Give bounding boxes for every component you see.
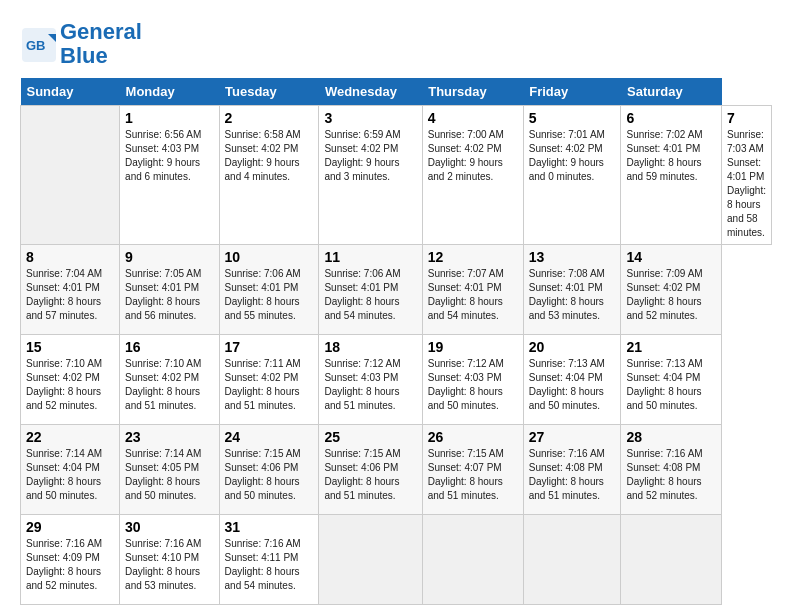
logo-text: General Blue [60,20,142,68]
day-info: Sunrise: 7:15 AM Sunset: 4:06 PM Dayligh… [324,447,416,503]
day-info: Sunrise: 7:11 AM Sunset: 4:02 PM Dayligh… [225,357,314,413]
calendar-day: 15 Sunrise: 7:10 AM Sunset: 4:02 PM Dayl… [21,335,120,425]
col-header-friday: Friday [523,78,621,106]
day-info: Sunrise: 7:09 AM Sunset: 4:02 PM Dayligh… [626,267,716,323]
day-number: 4 [428,110,518,126]
day-info: Sunrise: 7:10 AM Sunset: 4:02 PM Dayligh… [125,357,213,413]
day-number: 1 [125,110,213,126]
day-info: Sunrise: 7:16 AM Sunset: 4:08 PM Dayligh… [626,447,716,503]
day-number: 12 [428,249,518,265]
calendar-day: 11 Sunrise: 7:06 AM Sunset: 4:01 PM Dayl… [319,245,422,335]
day-number: 19 [428,339,518,355]
day-number: 30 [125,519,213,535]
col-header-thursday: Thursday [422,78,523,106]
day-number: 24 [225,429,314,445]
logo-icon: GB [20,26,56,62]
svg-text:GB: GB [26,38,46,53]
day-info: Sunrise: 7:12 AM Sunset: 4:03 PM Dayligh… [324,357,416,413]
day-number: 22 [26,429,114,445]
empty-cell [621,515,722,605]
col-header-wednesday: Wednesday [319,78,422,106]
empty-cell [319,515,422,605]
calendar-day: 25 Sunrise: 7:15 AM Sunset: 4:06 PM Dayl… [319,425,422,515]
day-number: 8 [26,249,114,265]
col-header-monday: Monday [120,78,219,106]
day-number: 20 [529,339,616,355]
day-info: Sunrise: 7:16 AM Sunset: 4:08 PM Dayligh… [529,447,616,503]
calendar-header-row: SundayMondayTuesdayWednesdayThursdayFrid… [21,78,772,106]
empty-cell [422,515,523,605]
calendar-day: 14 Sunrise: 7:09 AM Sunset: 4:02 PM Dayl… [621,245,722,335]
day-info: Sunrise: 7:13 AM Sunset: 4:04 PM Dayligh… [626,357,716,413]
day-number: 5 [529,110,616,126]
day-number: 10 [225,249,314,265]
calendar-table: SundayMondayTuesdayWednesdayThursdayFrid… [20,78,772,605]
calendar-day: 1 Sunrise: 6:56 AM Sunset: 4:03 PM Dayli… [120,106,219,245]
day-number: 25 [324,429,416,445]
col-header-saturday: Saturday [621,78,722,106]
day-number: 11 [324,249,416,265]
day-info: Sunrise: 7:14 AM Sunset: 4:04 PM Dayligh… [26,447,114,503]
day-info: Sunrise: 7:16 AM Sunset: 4:09 PM Dayligh… [26,537,114,593]
day-info: Sunrise: 6:59 AM Sunset: 4:02 PM Dayligh… [324,128,416,184]
calendar-week-row: 22 Sunrise: 7:14 AM Sunset: 4:04 PM Dayl… [21,425,772,515]
calendar-day: 19 Sunrise: 7:12 AM Sunset: 4:03 PM Dayl… [422,335,523,425]
day-info: Sunrise: 7:06 AM Sunset: 4:01 PM Dayligh… [324,267,416,323]
day-number: 26 [428,429,518,445]
calendar-day: 9 Sunrise: 7:05 AM Sunset: 4:01 PM Dayli… [120,245,219,335]
day-info: Sunrise: 7:05 AM Sunset: 4:01 PM Dayligh… [125,267,213,323]
calendar-day: 4 Sunrise: 7:00 AM Sunset: 4:02 PM Dayli… [422,106,523,245]
calendar-day: 27 Sunrise: 7:16 AM Sunset: 4:08 PM Dayl… [523,425,621,515]
calendar-day: 23 Sunrise: 7:14 AM Sunset: 4:05 PM Dayl… [120,425,219,515]
day-number: 27 [529,429,616,445]
calendar-day: 21 Sunrise: 7:13 AM Sunset: 4:04 PM Dayl… [621,335,722,425]
day-info: Sunrise: 7:13 AM Sunset: 4:04 PM Dayligh… [529,357,616,413]
day-info: Sunrise: 7:02 AM Sunset: 4:01 PM Dayligh… [626,128,716,184]
calendar-day: 13 Sunrise: 7:08 AM Sunset: 4:01 PM Dayl… [523,245,621,335]
day-info: Sunrise: 7:07 AM Sunset: 4:01 PM Dayligh… [428,267,518,323]
calendar-day: 17 Sunrise: 7:11 AM Sunset: 4:02 PM Dayl… [219,335,319,425]
day-info: Sunrise: 7:03 AM Sunset: 4:01 PM Dayligh… [727,128,766,240]
day-info: Sunrise: 7:15 AM Sunset: 4:06 PM Dayligh… [225,447,314,503]
day-info: Sunrise: 7:08 AM Sunset: 4:01 PM Dayligh… [529,267,616,323]
calendar-day: 22 Sunrise: 7:14 AM Sunset: 4:04 PM Dayl… [21,425,120,515]
day-info: Sunrise: 7:12 AM Sunset: 4:03 PM Dayligh… [428,357,518,413]
day-info: Sunrise: 7:06 AM Sunset: 4:01 PM Dayligh… [225,267,314,323]
calendar-day: 5 Sunrise: 7:01 AM Sunset: 4:02 PM Dayli… [523,106,621,245]
calendar-day: 30 Sunrise: 7:16 AM Sunset: 4:10 PM Dayl… [120,515,219,605]
day-info: Sunrise: 7:14 AM Sunset: 4:05 PM Dayligh… [125,447,213,503]
calendar-day: 3 Sunrise: 6:59 AM Sunset: 4:02 PM Dayli… [319,106,422,245]
day-number: 6 [626,110,716,126]
calendar-day: 29 Sunrise: 7:16 AM Sunset: 4:09 PM Dayl… [21,515,120,605]
calendar-day: 26 Sunrise: 7:15 AM Sunset: 4:07 PM Dayl… [422,425,523,515]
day-number: 31 [225,519,314,535]
empty-cell [523,515,621,605]
day-number: 14 [626,249,716,265]
col-header-tuesday: Tuesday [219,78,319,106]
calendar-day: 6 Sunrise: 7:02 AM Sunset: 4:01 PM Dayli… [621,106,722,245]
calendar-week-row: 29 Sunrise: 7:16 AM Sunset: 4:09 PM Dayl… [21,515,772,605]
logo: GB General Blue [20,20,142,68]
day-number: 15 [26,339,114,355]
day-number: 13 [529,249,616,265]
day-number: 23 [125,429,213,445]
day-info: Sunrise: 7:15 AM Sunset: 4:07 PM Dayligh… [428,447,518,503]
empty-cell [21,106,120,245]
day-number: 29 [26,519,114,535]
calendar-week-row: 8 Sunrise: 7:04 AM Sunset: 4:01 PM Dayli… [21,245,772,335]
day-number: 21 [626,339,716,355]
day-number: 2 [225,110,314,126]
calendar-day: 18 Sunrise: 7:12 AM Sunset: 4:03 PM Dayl… [319,335,422,425]
col-header-sunday: Sunday [21,78,120,106]
day-info: Sunrise: 7:04 AM Sunset: 4:01 PM Dayligh… [26,267,114,323]
day-number: 9 [125,249,213,265]
calendar-day: 8 Sunrise: 7:04 AM Sunset: 4:01 PM Dayli… [21,245,120,335]
calendar-week-row: 1 Sunrise: 6:56 AM Sunset: 4:03 PM Dayli… [21,106,772,245]
day-number: 16 [125,339,213,355]
calendar-day: 20 Sunrise: 7:13 AM Sunset: 4:04 PM Dayl… [523,335,621,425]
day-number: 17 [225,339,314,355]
day-number: 7 [727,110,766,126]
day-info: Sunrise: 7:01 AM Sunset: 4:02 PM Dayligh… [529,128,616,184]
day-info: Sunrise: 7:00 AM Sunset: 4:02 PM Dayligh… [428,128,518,184]
calendar-day: 12 Sunrise: 7:07 AM Sunset: 4:01 PM Dayl… [422,245,523,335]
